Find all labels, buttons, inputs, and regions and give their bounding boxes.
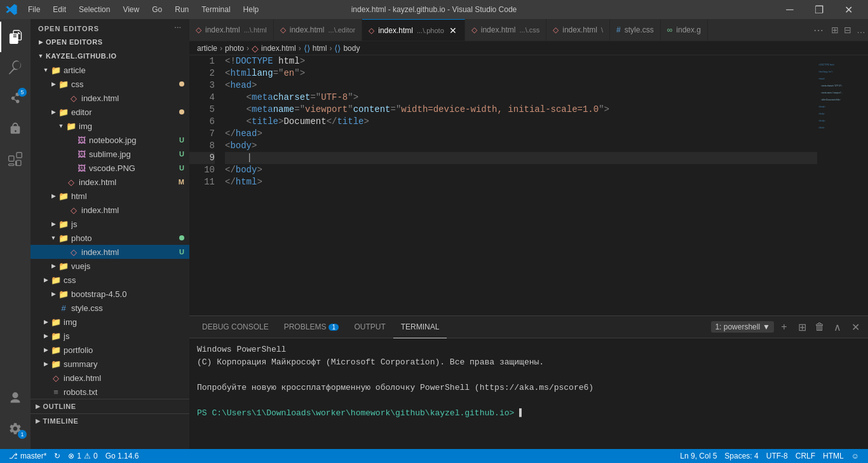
activity-extensions[interactable] — [0, 144, 31, 174]
file-vscode[interactable]: 🖼 vscode.PNG U — [31, 161, 189, 175]
terminal-close-button[interactable]: ✕ — [848, 319, 863, 335]
activity-source-control[interactable]: 5 — [0, 83, 31, 113]
file-notebook[interactable]: 🖼 notebook.jpg U — [31, 133, 189, 147]
activity-explorer[interactable] — [0, 22, 31, 52]
file-photo-index[interactable]: ◇ index.html U — [31, 245, 189, 259]
layout-button[interactable]: ⊟ — [841, 25, 854, 35]
minimize-button[interactable]: ─ — [775, 0, 804, 19]
js-arrow: ▶ — [48, 219, 58, 229]
article-label: article — [64, 66, 184, 75]
file-html-index[interactable]: ◇ index.html — [31, 203, 189, 217]
style-css-label: style.css — [71, 303, 184, 313]
terminal-selector[interactable]: 1: powershell ▼ — [711, 321, 774, 333]
activity-search[interactable] — [0, 52, 31, 83]
code-content[interactable]: <!DOCTYPE html> <html lang="en"> <head> … — [220, 55, 817, 315]
status-errors[interactable]: ⊗ 1 ⚠ 0 — [64, 449, 101, 463]
folder-portfolio[interactable]: ▶ 📁 portfolio — [31, 343, 189, 357]
tabs-actions-button[interactable]: … — [854, 25, 868, 35]
status-line-ending[interactable]: CRLF — [792, 449, 819, 463]
project-root[interactable]: ▼ KAYZEL.GITHUB.IO — [31, 49, 189, 63]
breadcrumb-photo[interactable]: photo — [225, 44, 244, 53]
sidebar-header-actions: ⋯ — [174, 24, 182, 32]
folder-summary[interactable]: ▶ 📁 summary — [31, 357, 189, 371]
tab-3[interactable]: ◇ index.html ...\.photo ✕ — [362, 19, 465, 41]
tab-terminal[interactable]: TERMINAL — [393, 316, 447, 338]
folder-img-root[interactable]: ▶ 📁 img — [31, 315, 189, 329]
tab-1[interactable]: ◇ index.html ...\.html — [189, 19, 274, 41]
activity-debug[interactable] — [0, 113, 31, 144]
terminal-trash-button[interactable]: 🗑 — [812, 319, 827, 335]
menu-help[interactable]: Help — [238, 4, 264, 15]
tab3-close[interactable]: ✕ — [448, 25, 458, 36]
tab-output[interactable]: OUTPUT — [346, 316, 393, 338]
img-root-label: img — [64, 317, 184, 327]
terminal-add-button[interactable]: + — [776, 319, 792, 335]
close-button[interactable]: ✕ — [834, 0, 863, 19]
code-editor[interactable]: 12345 67891011 <!DOCTYPE html> <html lan… — [189, 55, 817, 315]
folder-article[interactable]: ▼ 📁 article — [31, 63, 189, 77]
outline-header[interactable]: ▶ OUTLINE — [31, 399, 189, 413]
tab-5[interactable]: ◇ index.html \ — [546, 19, 610, 41]
breadcrumb-body[interactable]: body — [343, 44, 360, 53]
menu-view[interactable]: View — [118, 4, 144, 15]
menu-selection[interactable]: Selection — [74, 4, 115, 15]
status-branch[interactable]: ⎇ master* — [5, 449, 50, 463]
breadcrumb-html[interactable]: html — [313, 44, 327, 53]
file-robots[interactable]: ≡ robots.txt — [31, 385, 189, 399]
menu-edit[interactable]: Edit — [48, 4, 71, 15]
status-language[interactable]: HTML — [819, 449, 848, 463]
timeline-header[interactable]: ▶ TIMELINE — [31, 414, 189, 428]
status-spaces[interactable]: Spaces: 4 — [721, 449, 762, 463]
tab-problems[interactable]: PROBLEMS 1 — [276, 316, 347, 338]
folder-css[interactable]: ▶ 📁 css — [31, 77, 189, 91]
minimap-svg: <!DOCTYPE html> <html lang="en"> <head> … — [817, 55, 868, 315]
menu-run[interactable]: Run — [170, 4, 194, 15]
file-sublime[interactable]: 🖼 sublime.jpg U — [31, 147, 189, 161]
img-root-arrow: ▶ — [41, 317, 51, 327]
tabs-more-button[interactable]: ⋯ — [808, 24, 829, 36]
terminal-content[interactable]: Windows PowerShell (C) Корпорация Майкро… — [189, 338, 868, 449]
status-feedback[interactable]: ☺ — [848, 449, 863, 463]
open-editors-section[interactable]: ▶ Open Editors — [31, 35, 189, 49]
status-sync[interactable]: ↻ — [50, 449, 64, 463]
folder-vuejs[interactable]: ▶ 📁 vuejs — [31, 259, 189, 273]
sync-icon: ↻ — [54, 452, 60, 460]
status-encoding[interactable]: UTF-8 — [763, 449, 792, 463]
vuejs-label: vuejs — [71, 261, 184, 271]
split-editor-button[interactable]: ⊞ — [829, 25, 841, 35]
file-style-css[interactable]: # style.css — [31, 301, 189, 315]
folder-photo[interactable]: ▼ 📁 photo — [31, 231, 189, 245]
folder-css-root[interactable]: ▶ 📁 css — [31, 273, 189, 287]
folder-js[interactable]: ▶ 📁 js — [31, 217, 189, 231]
status-go-version[interactable]: Go 1.14.6 — [102, 449, 143, 463]
folder-img[interactable]: ▼ 📁 img — [31, 119, 189, 133]
tab-4[interactable]: ◇ index.html ...\.css — [465, 19, 546, 41]
breadcrumb-article[interactable]: article — [197, 44, 217, 53]
menu-go[interactable]: Go — [147, 4, 167, 15]
folder-bootstrap[interactable]: ▶ 📁 bootstrap-4.5.0 — [31, 287, 189, 301]
status-position[interactable]: Ln 9, Col 5 — [676, 449, 721, 463]
sidebar-new-file[interactable]: ⋯ — [174, 24, 182, 32]
menu-terminal[interactable]: Terminal — [196, 4, 235, 15]
file-css-index[interactable]: ◇ index.html — [31, 91, 189, 105]
activity-account[interactable] — [0, 383, 31, 413]
terminal-chevron-up[interactable]: ∧ — [830, 319, 845, 335]
breadcrumb-file[interactable]: index.html — [261, 44, 296, 53]
folder-html[interactable]: ▶ 📁 html — [31, 189, 189, 203]
file-editor-index[interactable]: ◇ index.html M — [31, 175, 189, 189]
html-icon: ◇ — [69, 93, 79, 103]
activity-settings[interactable]: 1 — [0, 413, 31, 444]
maximize-button[interactable]: ❐ — [804, 0, 834, 19]
photo-index-label: index.html — [81, 247, 179, 257]
menu-file[interactable]: File — [23, 4, 45, 15]
terminal-split-button[interactable]: ⊞ — [794, 319, 810, 335]
tab-6[interactable]: # style.css — [610, 19, 661, 41]
file-index-root[interactable]: ◇ index.html — [31, 371, 189, 385]
folder-editor[interactable]: ▶ 📁 editor — [31, 105, 189, 119]
tab-debug-console[interactable]: DEBUG CONSOLE — [194, 316, 276, 338]
tab-2[interactable]: ◇ index.html ...\.editor — [274, 19, 363, 41]
folder-js-root[interactable]: ▶ 📁 js — [31, 329, 189, 343]
vuejs-arrow: ▶ — [48, 261, 58, 271]
tab-7[interactable]: ∞ index.g — [661, 19, 708, 41]
image-icon: 🖼 — [76, 163, 86, 173]
